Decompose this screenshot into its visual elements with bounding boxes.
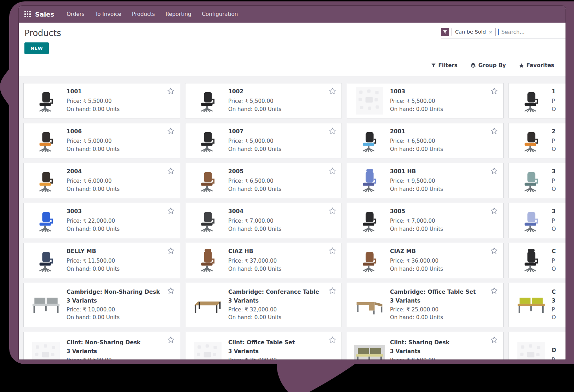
filters-button[interactable]: Filters — [431, 62, 458, 69]
product-title: 3 — [552, 208, 556, 215]
product-card[interactable]: Cambridge: Non-Sharing Desk 3 Variants P… — [23, 283, 180, 327]
product-onhand: On hand: 0.00 Units — [228, 145, 281, 153]
product-card[interactable]: 1002 Price: ₹ 5,500.00 On hand: 0.00 Uni… — [185, 83, 342, 118]
product-image — [30, 129, 62, 153]
favorite-star-icon[interactable] — [490, 287, 498, 294]
app-name[interactable]: Sales — [35, 11, 54, 18]
product-image — [515, 294, 547, 316]
favorite-star-icon[interactable] — [167, 336, 174, 344]
product-title: Clint: Office Table Set — [228, 339, 295, 346]
product-card[interactable]: C 3 P O — [509, 283, 566, 327]
product-grid: 1001 Price: ₹ 5,500.00 On hand: 0.00 Uni… — [23, 83, 566, 359]
product-price: Price: ₹ 7,000.00 — [390, 217, 443, 225]
favorite-star-icon[interactable] — [329, 167, 336, 175]
filters-funnel-icon — [431, 63, 436, 68]
product-price: Price: ₹ 8,500.00 — [390, 356, 449, 360]
product-card[interactable]: 3005 Price: ₹ 7,000.00 On hand: 0.00 Uni… — [347, 203, 504, 238]
favorite-star-icon[interactable] — [329, 287, 336, 294]
favorite-star-icon[interactable] — [167, 167, 174, 175]
product-card[interactable]: Clint: Sharing Desk 3 Variants Price: ₹ … — [347, 332, 504, 359]
product-card[interactable]: Cambridge: Office Table Set 3 Variants P… — [347, 283, 504, 327]
product-card[interactable]: Clint: Office Table Set 3 Variants Price… — [185, 332, 342, 359]
product-title: CIAZ MB — [390, 248, 443, 254]
product-image — [192, 129, 224, 153]
product-onhand: On hand: 0.00 Units — [67, 105, 120, 113]
product-card[interactable]: CIAZ MB Price: ₹ 36,000.00 On hand: 0.00… — [347, 243, 504, 278]
favorite-star-icon[interactable] — [329, 207, 336, 215]
product-card[interactable]: 1007 Price: ₹ 5,000.00 On hand: 0.00 Uni… — [185, 123, 342, 158]
product-card[interactable]: 2004 Price: ₹ 6,000.00 On hand: 0.00 Uni… — [23, 163, 180, 198]
favorite-star-icon[interactable] — [490, 87, 498, 95]
active-filter-tag: Can be Sold × — [452, 28, 496, 36]
product-image — [354, 209, 385, 233]
new-button[interactable]: NEW — [24, 42, 49, 54]
nav-item-configuration[interactable]: Configuration — [197, 6, 243, 23]
remove-filter-icon[interactable]: × — [489, 29, 493, 35]
product-card[interactable]: 3003 Price: ₹ 22,000.00 On hand: 0.00 Un… — [23, 203, 180, 238]
favorite-star-icon[interactable] — [167, 207, 174, 215]
favorite-star-icon[interactable] — [167, 127, 174, 135]
bubble-tail-left-icon — [0, 68, 10, 107]
favorite-star-icon[interactable] — [329, 336, 336, 344]
search-bar: Can be Sold × — [441, 25, 566, 39]
product-price: Price: ₹ 5,500.00 — [390, 97, 443, 105]
product-card[interactable]: D P — [509, 332, 566, 359]
product-card[interactable]: 2001 Price: ₹ 6,500.00 On hand: 0.00 Uni… — [347, 123, 504, 158]
favorite-star-icon[interactable] — [167, 247, 174, 254]
product-onhand: On hand: 0.00 Units — [228, 225, 281, 233]
product-card[interactable]: CIAZ HB Price: ₹ 37,000.00 On hand: 0.00… — [185, 243, 342, 278]
nav-item-reporting[interactable]: Reporting — [160, 6, 197, 23]
nav-item-orders[interactable]: Orders — [61, 6, 90, 23]
product-image — [354, 129, 385, 153]
search-input[interactable] — [501, 29, 563, 35]
product-onhand: On hand: 0.00 Units — [390, 105, 443, 113]
product-card[interactable]: 3001 HB Price: ₹ 9,500.00 On hand: 0.00 … — [347, 163, 504, 198]
product-title: 3003 — [67, 208, 120, 215]
product-card[interactable]: Cambridge: Conferance Table 3 Variants P… — [185, 283, 342, 327]
filter-funnel-icon — [441, 28, 449, 36]
product-onhand: On hand: 0.00 Units — [390, 225, 443, 233]
product-card[interactable]: 1003 Price: ₹ 5,500.00 On hand: 0.00 Uni… — [347, 83, 504, 118]
product-card[interactable]: 1006 Price: ₹ 5,000.00 On hand: 0.00 Uni… — [23, 123, 180, 158]
favorites-button[interactable]: Favorites — [519, 62, 554, 69]
favorite-star-icon[interactable] — [167, 87, 174, 95]
nav-item-products[interactable]: Products — [127, 6, 160, 23]
favorite-star-icon[interactable] — [490, 127, 498, 135]
favorite-star-icon[interactable] — [490, 207, 498, 215]
product-card[interactable]: 3004 Price: ₹ 7,000.00 On hand: 0.00 Uni… — [185, 203, 342, 238]
product-image — [192, 169, 224, 193]
favorite-star-icon[interactable] — [490, 247, 498, 254]
product-card[interactable]: 1001 Price: ₹ 5,500.00 On hand: 0.00 Uni… — [23, 83, 180, 118]
product-card[interactable]: 2 P O — [509, 123, 566, 158]
favorite-star-icon[interactable] — [490, 167, 498, 175]
product-title: 3004 — [228, 208, 281, 215]
product-onhand: O — [552, 314, 556, 322]
group-by-button[interactable]: Group By — [470, 62, 506, 69]
product-image — [30, 169, 62, 193]
product-card[interactable]: Clint: Non-Sharing Desk 3 Variants Price… — [23, 332, 180, 359]
product-card[interactable]: 3 P O — [509, 163, 566, 198]
favorite-star-icon[interactable] — [167, 287, 174, 294]
control-panel: Products NEW Can be Sold × Filters Group… — [19, 23, 566, 76]
product-variants: 3 — [552, 298, 556, 304]
product-variants: 3 Variants — [228, 298, 319, 304]
favorite-star-icon[interactable] — [329, 127, 336, 135]
product-title: D — [552, 347, 556, 353]
favorite-star-icon[interactable] — [329, 87, 336, 95]
product-price: Price: ₹ 7,000.00 — [228, 217, 281, 225]
product-title: Clint: Sharing Desk — [390, 339, 449, 346]
favorite-star-icon[interactable] — [329, 247, 336, 254]
product-card[interactable]: C P O — [509, 243, 566, 278]
favorite-star-icon[interactable] — [490, 336, 498, 344]
product-card[interactable]: 2005 Price: ₹ 6,500.00 On hand: 0.00 Uni… — [185, 163, 342, 198]
product-price: P — [552, 97, 556, 105]
apps-grid-icon[interactable] — [24, 11, 31, 17]
nav-item-to-invoice[interactable]: To Invoice — [90, 6, 127, 23]
favorites-star-icon — [519, 63, 524, 68]
product-price: P — [552, 137, 556, 145]
product-card[interactable]: 1 P O — [509, 83, 566, 118]
product-card[interactable]: 3 P O — [509, 203, 566, 238]
product-price: Price: ₹ 25,000.00 — [390, 306, 476, 314]
group-by-label: Group By — [478, 62, 506, 69]
product-card[interactable]: BELLY MB Price: ₹ 11,500.00 On hand: 0.0… — [23, 243, 180, 278]
